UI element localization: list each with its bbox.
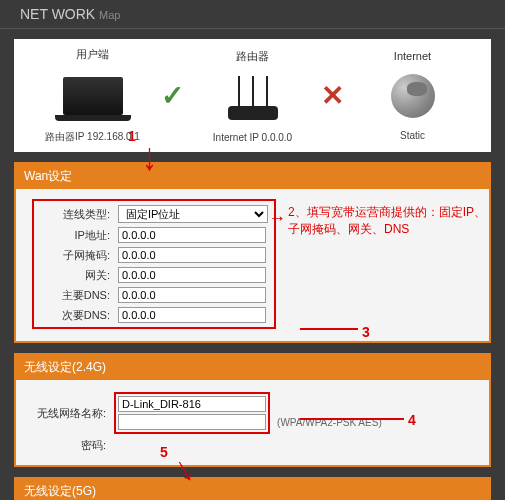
map-internet-status: Static [344, 130, 481, 141]
router-icon [228, 106, 278, 120]
network-map-panel: 用户端 路由器IP 192.168.0.1 ✓ 路由器 Internet IP … [14, 39, 491, 152]
wifi24-highlight [114, 392, 270, 434]
wan-section: Wan设定 连线类型: 固定IP位址 IP地址: 子网掩码: 网关: [14, 162, 491, 343]
map-router-label: 路由器 [184, 49, 321, 64]
map-client-label: 用户端 [24, 47, 161, 62]
wan-form: 连线类型: 固定IP位址 IP地址: 子网掩码: 网关: 主要DNS: [36, 203, 272, 325]
gw-label: 网关: [36, 265, 114, 285]
wifi5-title: 无线设定(5G) [16, 479, 489, 500]
wifi24-password-input[interactable] [118, 414, 266, 430]
check-icon: ✓ [161, 79, 184, 112]
wifi24-title: 无线设定(2.4G) [16, 355, 489, 380]
wifi24-section: 无线设定(2.4G) 无线网络名称: (WPA/WPA2-PSK AES) 密码… [14, 353, 491, 467]
wifi24-ssid-input[interactable] [118, 396, 266, 412]
map-router-ip: Internet IP 0.0.0.0 [184, 132, 321, 143]
dns2-input[interactable] [118, 307, 266, 323]
map-internet-label: Internet [344, 50, 481, 62]
dns1-input[interactable] [118, 287, 266, 303]
map-client: 用户端 路由器IP 192.168.0.1 [24, 47, 161, 144]
dns1-label: 主要DNS: [36, 285, 114, 305]
arrow-2-icon: → [268, 208, 286, 229]
page-header: NET WORK Map [0, 0, 505, 29]
map-router: 路由器 Internet IP 0.0.0.0 [184, 49, 321, 143]
arrow-4-icon [300, 418, 404, 420]
header-title: NET WORK [20, 6, 95, 22]
wifi5-section: 无线设定(5G) 无线网络名称: (WPA/WPA2-PSK AES) 密码: [14, 477, 491, 500]
map-internet: Internet Static [344, 50, 481, 141]
mask-input[interactable] [118, 247, 266, 263]
wan-title: Wan设定 [16, 164, 489, 189]
wan-form-highlight: 连线类型: 固定IP位址 IP地址: 子网掩码: 网关: 主要DNS: [32, 199, 276, 329]
wifi24-form: 无线网络名称: (WPA/WPA2-PSK AES) 密码: [32, 390, 386, 455]
laptop-icon [63, 77, 123, 115]
wifi24-pwd-label: 密码: [32, 436, 110, 455]
cross-icon: ✕ [321, 79, 344, 112]
map-client-ip: 路由器IP 192.168.0.1 [24, 130, 161, 144]
arrow-3-icon [300, 328, 358, 330]
mask-label: 子网掩码: [36, 245, 114, 265]
dns2-label: 次要DNS: [36, 305, 114, 325]
ip-label: IP地址: [36, 225, 114, 245]
gateway-input[interactable] [118, 267, 266, 283]
header-sub: Map [99, 9, 120, 21]
type-label: 连线类型: [36, 203, 114, 225]
connection-type-select[interactable]: 固定IP位址 [118, 205, 268, 223]
globe-icon [391, 74, 435, 118]
wifi24-ssid-label: 无线网络名称: [32, 390, 110, 436]
ip-input[interactable] [118, 227, 266, 243]
